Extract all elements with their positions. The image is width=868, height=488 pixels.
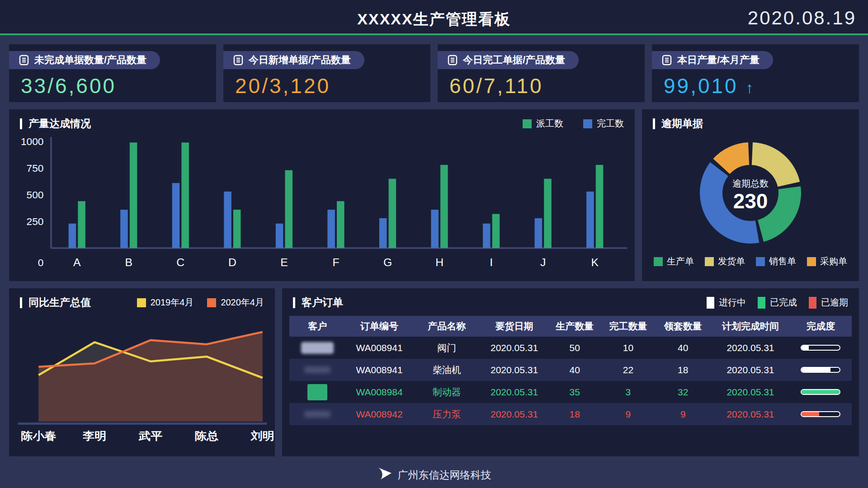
legend-item[interactable]: 发货单 bbox=[705, 255, 745, 267]
y-axis-tick-label: 1000 bbox=[21, 136, 44, 147]
bar-dispatched[interactable] bbox=[233, 210, 241, 248]
y-axis-tick-label: 750 bbox=[27, 163, 44, 174]
legend-label: 进行中 bbox=[719, 296, 746, 309]
set-qty-cell: 18 bbox=[655, 365, 711, 375]
line-chart[interactable]: 陈小春李明武平陈总刘明 bbox=[9, 311, 275, 447]
legend-swatch bbox=[809, 297, 816, 309]
x-axis-category-label: 陈小春 bbox=[21, 430, 56, 442]
bar-completed[interactable] bbox=[120, 210, 128, 248]
bar-dispatched[interactable] bbox=[130, 142, 137, 248]
table-header-cell: 计划完成时间 bbox=[711, 320, 790, 333]
legend-swatch bbox=[807, 257, 816, 266]
bar-chart[interactable]: 02505007501000ABCDEFGHIJK bbox=[9, 132, 635, 272]
legend-label: 派工数 bbox=[536, 117, 563, 130]
bar-completed[interactable] bbox=[276, 224, 283, 248]
title-accent-bar bbox=[20, 297, 22, 308]
order-status-legend: 进行中 已完成 已逾期 bbox=[707, 296, 848, 309]
kpi-value: 20/3,120 bbox=[235, 74, 430, 98]
bar-completed[interactable] bbox=[535, 218, 542, 248]
bar-completed[interactable] bbox=[431, 210, 439, 248]
legend-swatch bbox=[583, 119, 592, 128]
legend-item[interactable]: 生产单 bbox=[654, 255, 694, 267]
bar-completed[interactable] bbox=[327, 210, 335, 248]
table-header-cell: 完成度 bbox=[790, 320, 852, 333]
output-achievement-panel: 产量达成情况 派工数 完工数 02505007501000ABCDEFGHIJK bbox=[9, 109, 635, 281]
legend-swatch bbox=[705, 257, 714, 266]
document-list-icon bbox=[448, 55, 458, 66]
kpi-card-completed-orders-today: 今日完工单据/产品数量 60/7,110 bbox=[438, 44, 645, 102]
plan-date-cell: 2020.05.31 bbox=[711, 343, 790, 353]
legend-item[interactable]: 进行中 bbox=[707, 296, 746, 309]
donut-center-label: 逾期总数 bbox=[732, 178, 769, 188]
due-date-cell: 2020.05.31 bbox=[481, 409, 548, 420]
table-header-cell: 完工数量 bbox=[601, 320, 655, 333]
plan-date-cell: 2020.05.31 bbox=[711, 409, 790, 420]
table-row[interactable]: WA008942 压力泵 2020.05.31 18 9 9 2020.05.3… bbox=[289, 403, 852, 425]
bar-completed[interactable] bbox=[586, 192, 594, 248]
bar-dispatched[interactable] bbox=[78, 201, 85, 248]
kpi-value: 33/6,600 bbox=[21, 74, 216, 98]
legend-item[interactable]: 已完成 bbox=[758, 296, 797, 309]
bar-completed[interactable] bbox=[172, 183, 180, 248]
table-header-cell: 产品名称 bbox=[413, 320, 481, 333]
bar-dispatched[interactable] bbox=[544, 179, 552, 248]
table-header-cell: 领套数量 bbox=[655, 320, 711, 333]
legend-item[interactable]: 派工数 bbox=[523, 117, 563, 130]
product-name-cell: 柴油机 bbox=[413, 364, 481, 376]
panel-title-yoy-production: 同比生产总值 bbox=[20, 296, 91, 310]
legend-item[interactable]: 已逾期 bbox=[809, 296, 848, 309]
x-axis-category-label: 刘明 bbox=[250, 430, 274, 442]
area-fill bbox=[38, 332, 262, 422]
legend-label: 已逾期 bbox=[821, 296, 848, 309]
line-chart-legend: 2019年4月 2020年4月 bbox=[137, 296, 264, 309]
title-accent-bar bbox=[653, 118, 655, 129]
order-number-cell: WA008984 bbox=[345, 387, 413, 398]
bar-completed[interactable] bbox=[379, 218, 387, 248]
legend-label: 生产单 bbox=[667, 255, 694, 267]
bar-dispatched[interactable] bbox=[285, 170, 292, 248]
product-name-cell: 制动器 bbox=[413, 386, 481, 399]
kpi-pill: 今日完工单据/产品数量 bbox=[438, 51, 579, 69]
bar-dispatched[interactable] bbox=[181, 142, 189, 248]
table-row[interactable]: WA008984 制动器 2020.05.31 35 3 32 2020.05.… bbox=[289, 381, 852, 403]
legend-item[interactable]: 完工数 bbox=[583, 117, 624, 130]
kpi-value: 99,010 ↑ bbox=[664, 74, 859, 98]
page-title: XXXXX生产管理看板 bbox=[0, 9, 868, 30]
due-date-cell: 2020.05.31 bbox=[481, 343, 548, 353]
customer-logo bbox=[289, 337, 345, 359]
bar-dispatched[interactable] bbox=[492, 214, 500, 248]
legend-item[interactable]: 2020年4月 bbox=[207, 296, 264, 309]
bar-dispatched[interactable] bbox=[337, 201, 344, 248]
panel-title-output-achievement: 产量达成情况 bbox=[20, 117, 91, 131]
legend-label: 2019年4月 bbox=[151, 296, 194, 309]
legend-item[interactable]: 采购单 bbox=[807, 255, 847, 267]
table-row[interactable]: WA008941 柴油机 2020.05.31 40 22 18 2020.05… bbox=[289, 359, 852, 381]
legend-swatch bbox=[758, 297, 765, 309]
x-axis-category-label: 李明 bbox=[82, 430, 106, 442]
set-qty-cell: 9 bbox=[655, 409, 711, 420]
bar-dispatched[interactable] bbox=[596, 165, 604, 248]
progress-cell bbox=[790, 367, 852, 373]
donut-chart[interactable]: 逾期总数230 bbox=[642, 132, 859, 251]
kpi-label: 今日新增单据/产品数量 bbox=[249, 53, 351, 67]
kpi-pill: 本日产量/本月产量 bbox=[652, 51, 773, 69]
x-axis-category-label: B bbox=[125, 256, 133, 268]
x-axis-category-label: J bbox=[540, 256, 546, 268]
x-axis-category-label: 陈总 bbox=[195, 430, 219, 442]
legend-item[interactable]: 2019年4月 bbox=[137, 296, 194, 309]
progress-bar bbox=[801, 411, 840, 417]
bar-completed[interactable] bbox=[69, 224, 76, 248]
legend-item[interactable]: 销售单 bbox=[756, 255, 796, 267]
x-axis bbox=[18, 422, 267, 425]
x-axis-category-label: F bbox=[332, 256, 339, 268]
production-qty-cell: 18 bbox=[548, 409, 601, 420]
bar-completed[interactable] bbox=[483, 224, 491, 248]
bar-dispatched[interactable] bbox=[389, 179, 396, 248]
due-date-cell: 2020.05.31 bbox=[481, 365, 548, 375]
bar-dispatched[interactable] bbox=[440, 165, 448, 248]
charts-row: 产量达成情况 派工数 完工数 02505007501000ABCDEFGHIJK… bbox=[9, 109, 859, 281]
legend-label: 采购单 bbox=[820, 255, 847, 267]
plan-date-cell: 2020.05.31 bbox=[711, 365, 790, 375]
table-row[interactable]: WA008941 阀门 2020.05.31 50 10 40 2020.05.… bbox=[289, 337, 852, 359]
bar-completed[interactable] bbox=[224, 192, 231, 248]
